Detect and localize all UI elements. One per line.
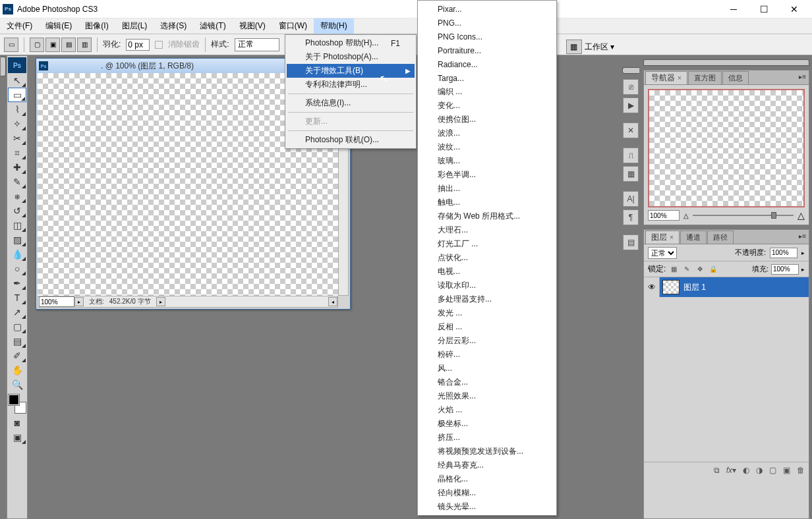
zoom-in-icon[interactable]: △ [798,210,805,221]
layer-thumbnail[interactable] [662,280,680,294]
menu-选择(S)[interactable]: 选择(S) [154,18,193,34]
tab-navigator[interactable]: 导航器× [645,71,687,84]
navigator-preview[interactable] [648,89,805,207]
plugin-item[interactable]: 晶格化... [419,472,555,486]
plugin-item[interactable]: 径向模糊... [419,486,555,500]
lock-paint-icon[interactable]: ✎ [682,264,692,275]
plugin-item[interactable]: 光照效果... [419,389,555,403]
plugin-item[interactable]: 镜头光晕... [419,500,555,514]
help-item[interactable]: 专利和法律声明... [287,78,415,92]
plugin-item[interactable]: 铬合金... [419,375,555,389]
notes-tool[interactable]: ▤ [8,334,26,348]
layers-menu-icon[interactable]: ▸≡ [799,232,806,240]
plugin-item[interactable]: 极坐标... [419,417,555,431]
screen-mode-icon[interactable]: ▣ [8,430,26,445]
lasso-tool[interactable]: ⌇ [8,102,26,117]
menu-帮助(H)[interactable]: 帮助(H) [314,18,354,34]
blend-mode-select[interactable]: 正常 [648,247,677,259]
menu-滤镜(T)[interactable]: 滤镜(T) [193,18,232,34]
tab-channels[interactable]: 通道 [680,231,707,244]
plugin-item[interactable]: 多处理器支持... [419,292,555,306]
zoom-tool[interactable]: 🔍 [8,377,26,392]
panel-menu-icon[interactable]: ▸≡ [799,73,806,80]
plugin-item[interactable]: 读取水印... [419,279,555,292]
panel-icon-1[interactable]: ⎚ [623,79,639,95]
shape-tool[interactable]: ▢ [8,319,26,334]
panels-grab[interactable] [643,59,809,66]
new-layer-icon[interactable]: ▣ [783,466,790,475]
plugin-item[interactable]: Targa... [419,71,555,85]
plugin-item[interactable]: 编织 ... [419,85,555,99]
quick-mask-icon[interactable]: ◙ [8,416,26,430]
pen-tool[interactable]: ✒ [8,276,26,290]
hand-tool[interactable]: ✋ [8,363,26,377]
delete-layer-icon[interactable]: 🗑 [797,466,805,475]
plugin-item[interactable]: 抽出... [419,182,555,196]
lock-move-icon[interactable]: ✥ [695,264,705,275]
plugin-item[interactable]: 彩色半调... [419,168,555,182]
plugin-item[interactable]: Radiance... [419,57,555,71]
panel-icon-2[interactable]: ▶ [623,97,639,113]
plugin-item[interactable]: 波浪... [419,126,555,140]
plugin-item[interactable]: 火焰 ... [419,403,555,417]
menu-编辑(E)[interactable]: 编辑(E) [39,18,78,34]
brush-tool[interactable]: ✎ [8,175,26,189]
opacity-input[interactable] [770,248,798,258]
plugin-item[interactable]: 经典马赛克... [419,458,555,472]
visibility-icon[interactable]: 👁 [644,277,660,297]
plugin-item[interactable]: 分层云彩... [419,334,555,348]
crop-tool[interactable]: ✂ [8,131,26,146]
panel-icons-grab[interactable] [622,67,639,74]
selection-new-icon[interactable]: ▢ [30,38,44,52]
help-item[interactable]: 关于增效工具(B)▶ [287,64,415,78]
zoom-out-icon[interactable]: △ [683,212,689,219]
wand-tool[interactable]: ✧ [8,117,26,131]
lock-all-icon[interactable]: 🔒 [708,264,718,275]
plugin-item[interactable]: PNG... [419,16,555,30]
panel-icon-4[interactable]: ⎍ [623,148,639,163]
plugin-item[interactable]: 发光 ... [419,306,555,320]
tab-paths[interactable]: 路径 [707,231,734,244]
plugin-item[interactable]: PNG Icons... [419,30,555,43]
adjustment-icon[interactable]: ◑ [756,466,763,475]
mask-icon[interactable]: ◐ [743,466,749,475]
menu-图像(I)[interactable]: 图像(I) [78,18,115,34]
plugin-item[interactable]: 变化... [419,99,555,113]
zoom-slider[interactable] [693,211,794,219]
stamp-tool[interactable]: ⎈ [8,189,26,204]
plugin-item[interactable]: 电视... [419,265,555,279]
tab-info[interactable]: 信息 [722,71,749,84]
dodge-tool[interactable]: ○ [8,261,26,276]
toolbox-grab[interactable] [1,57,6,76]
gradient-tool[interactable]: ▨ [8,232,26,247]
help-item[interactable]: Photoshop 帮助(H)...F1 [287,36,415,50]
plugin-item[interactable]: 反相 ... [419,320,555,334]
lock-trans-icon[interactable]: ▦ [668,264,679,275]
color-swatches[interactable] [9,395,26,413]
zoom-input[interactable] [39,296,74,307]
plugin-item[interactable]: 大理石... [419,223,555,237]
history-brush-tool[interactable]: ↺ [8,204,26,218]
selection-intersect-icon[interactable]: ▥ [77,38,92,52]
plugin-item[interactable]: Pixar... [419,2,555,16]
panel-icon-5[interactable]: ▦ [623,166,639,182]
heal-tool[interactable]: ✚ [8,160,26,175]
plugin-item[interactable]: 存储为 Web 所用格式... [419,209,555,223]
eyedropper-tool[interactable]: ✐ [8,348,26,363]
panel-icon-8[interactable]: ▤ [623,234,639,250]
help-item[interactable]: Photoshop 联机(O)... [287,133,415,147]
plugin-item[interactable]: 点状化... [419,251,555,265]
type-tool[interactable]: T [8,290,26,305]
panel-icon-3[interactable]: ✕ [623,123,639,138]
close-button[interactable]: ✕ [779,0,809,18]
layer-row[interactable]: 👁 图层 1 [644,277,809,297]
eraser-tool[interactable]: ◫ [8,218,26,232]
panel-icon-6[interactable]: A| [623,191,639,207]
menu-视图(V)[interactable]: 视图(V) [233,18,272,34]
menu-图层(L)[interactable]: 图层(L) [115,18,154,34]
selection-subtract-icon[interactable]: ▤ [61,38,76,52]
blur-tool[interactable]: 💧 [8,247,26,261]
ps-logo-icon[interactable]: Ps [8,57,26,73]
plugin-item[interactable]: 玻璃... [419,154,555,168]
tab-histogram[interactable]: 直方图 [688,71,722,84]
